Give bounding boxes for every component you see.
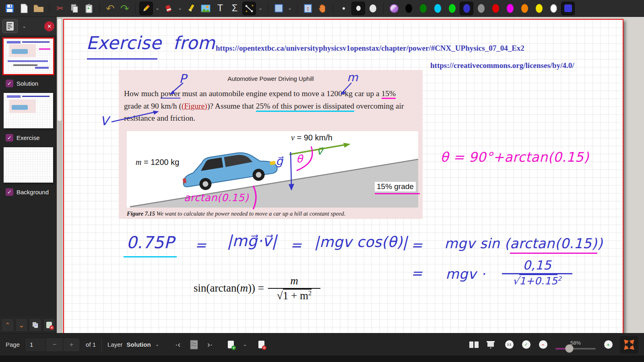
preview-mode-button[interactable]	[2, 19, 18, 33]
new-page-button[interactable]: +	[225, 339, 237, 351]
sidebar-close-button[interactable]: ✕	[44, 21, 54, 31]
color-blue-button[interactable]	[460, 2, 473, 15]
duplicate-layer-button[interactable]	[29, 318, 42, 332]
main-toolbar: ✂ ↶ ↷ ⌄ ⌄ T Σ ✦✦ ⌄ ⌄ ↕	[0, 0, 644, 17]
source-url[interactable]: https://opentextbc.ca/universityphysicsv…	[216, 44, 524, 53]
prev-annotated-page-button[interactable]: ·‹	[172, 339, 184, 351]
shape-line-tool-button[interactable]: ✦✦	[243, 2, 256, 15]
eraser-options-dropdown[interactable]: ⌄	[177, 6, 183, 11]
plus-badge-icon: +	[231, 346, 236, 350]
zoom-slider-handle[interactable]	[565, 344, 574, 353]
color-magenta-button[interactable]	[504, 2, 516, 15]
page-number-group: − +	[25, 337, 80, 352]
mass-variable: m	[136, 158, 141, 167]
undo-button[interactable]: ↶	[104, 2, 117, 15]
save-button[interactable]	[3, 2, 16, 15]
thickness-medium-button[interactable]	[352, 2, 365, 15]
pen-options-dropdown[interactable]: ⌄	[154, 6, 161, 11]
color-chooser-button[interactable]	[388, 2, 400, 15]
zoom-in-button[interactable]: +	[602, 339, 614, 351]
layer-checkbox-background[interactable]: ✓	[6, 188, 13, 196]
color-white-button[interactable]	[547, 2, 560, 15]
check-icon: ✓	[7, 80, 12, 86]
vertical-space-tool-button[interactable]: ↕	[301, 2, 314, 15]
color-cyan-button[interactable]	[431, 2, 444, 15]
new-document-icon	[20, 4, 29, 13]
next-page-button[interactable]: +	[63, 338, 80, 352]
next-annotated-page-button[interactable]: ›·	[204, 339, 216, 351]
thick-dot-icon	[369, 4, 376, 12]
select-rectangle-button[interactable]	[272, 2, 285, 15]
pen-icon	[142, 4, 151, 13]
new-document-button[interactable]	[18, 2, 31, 15]
insert-image-button[interactable]	[199, 2, 212, 15]
vertical-space-icon: ↕	[304, 4, 312, 13]
selection-options-dropdown[interactable]: ⌄	[287, 6, 293, 11]
hand-tool-button[interactable]	[316, 2, 329, 15]
new-page-dropdown[interactable]: ⌄	[242, 342, 248, 347]
exponent: 2	[308, 290, 312, 297]
zoom-fit-button[interactable]: ✓	[520, 339, 532, 351]
delete-page-button[interactable]: ✕	[256, 339, 268, 351]
ink-eq-term-3a: mgv sin (	[444, 235, 510, 251]
page-number-input[interactable]	[25, 338, 46, 352]
color-red-button[interactable]	[489, 2, 502, 15]
chevron-up-icon: ⌃	[5, 321, 10, 329]
move-layer-up-button[interactable]: ⌃	[1, 318, 14, 332]
angle-left-icon: ·‹	[175, 340, 180, 349]
ink-fraction: 0,15 √1+0.152	[502, 258, 572, 287]
toolbar-separator	[383, 3, 384, 14]
move-layer-down-button[interactable]: ⌄	[15, 318, 28, 332]
speed-variable: v	[291, 133, 295, 142]
layer-thumbnail-exercise[interactable]	[4, 93, 53, 128]
x-badge-icon: ✕	[50, 325, 54, 330]
cut-button[interactable]: ✂	[54, 2, 66, 15]
color-orange-button[interactable]	[518, 2, 531, 15]
presentation-mode-button[interactable]	[485, 339, 497, 351]
color-darkgreen-button[interactable]	[417, 2, 429, 15]
color-yellow-button[interactable]	[533, 2, 545, 15]
layer-thumbnail-full[interactable]	[4, 39, 53, 74]
text-tool-button[interactable]: T	[214, 2, 227, 15]
zoom-out-button[interactable]: −	[537, 339, 549, 351]
thumb-preview-content	[12, 49, 28, 54]
redo-button[interactable]: ↷	[118, 2, 131, 15]
color-green-button[interactable]	[446, 2, 458, 15]
previous-page-button[interactable]: −	[46, 338, 63, 352]
ink-eq-lhs: 0.75P	[126, 233, 174, 252]
shape-options-dropdown[interactable]: ⌄	[257, 6, 264, 11]
layer-label: Layer	[107, 341, 123, 348]
pen-tool-button[interactable]	[140, 2, 153, 15]
layer-dropdown[interactable]: ⌄	[154, 342, 161, 347]
zoom-slider[interactable]	[555, 348, 596, 350]
select-color-button[interactable]	[561, 2, 574, 15]
ink-eq-term-3: mgv sin (arctan(0.15))	[444, 235, 603, 251]
delete-layer-button[interactable]: ✕	[43, 318, 56, 332]
sidebar-scrollbar-thumb[interactable]	[58, 19, 62, 121]
notebook-page[interactable]: Exercise from https://opentextbc.ca/univ…	[63, 19, 623, 333]
license-url[interactable]: https://creativecommons.org/licenses/by/…	[430, 61, 574, 70]
highlighter-tool-button[interactable]	[185, 2, 198, 15]
open-button[interactable]	[32, 2, 45, 15]
thickness-thick-button[interactable]	[366, 2, 379, 15]
preview-mode-dropdown[interactable]: ⌄	[21, 24, 27, 29]
paste-button[interactable]	[83, 2, 95, 15]
thickness-fine-button[interactable]	[337, 2, 350, 15]
figure-link[interactable]: (Figure)	[182, 102, 207, 110]
color-orange-swatch	[521, 4, 528, 13]
layer-checkbox-solution[interactable]: ✓	[6, 80, 13, 87]
zoom-original-button[interactable]: 1:1	[503, 339, 515, 351]
math-tex-button[interactable]: Σ	[228, 2, 241, 15]
paired-pages-button[interactable]	[468, 339, 480, 351]
layer-thumbnail-background[interactable]	[4, 147, 53, 183]
fullscreen-button[interactable]	[620, 336, 638, 354]
layer-checkbox-exercise[interactable]: ✓	[6, 134, 13, 142]
figure-mass-label: m = 1200 kg	[136, 158, 179, 167]
color-black-button[interactable]	[402, 2, 415, 15]
color-gray-button[interactable]	[475, 2, 487, 15]
color-gray-swatch	[478, 4, 485, 13]
eraser-tool-button[interactable]	[162, 2, 175, 15]
toolbar-separator	[49, 3, 50, 14]
copy-button[interactable]	[68, 2, 81, 15]
sidebar-scrollbar[interactable]	[57, 17, 62, 333]
